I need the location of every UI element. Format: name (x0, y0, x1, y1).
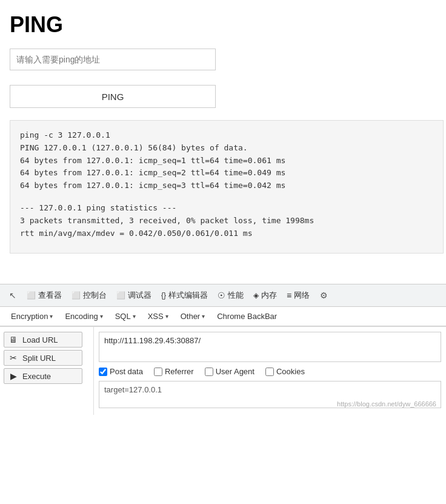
memory-button[interactable]: ◈ 内存 (248, 287, 282, 303)
cookies-checkbox[interactable] (265, 368, 274, 376)
chrome-backbar-button[interactable]: Chrome BackBar (212, 310, 282, 323)
split-url-label: Split URL (22, 354, 56, 363)
encoding-label: Encoding (65, 312, 98, 321)
console-label: 控制台 (83, 290, 107, 301)
ping-button[interactable]: PING (10, 85, 216, 108)
checkbox-row: Post data Referrer User Agent Cookies (99, 367, 441, 376)
user-agent-checkbox[interactable] (205, 368, 213, 376)
cursor-tool-button[interactable]: ↖ (4, 286, 22, 304)
network-button[interactable]: ≡ 网络 (282, 287, 315, 303)
load-url-icon: 🖥 (8, 335, 19, 344)
page-title: PING (10, 12, 436, 38)
main-content: PING PING ping -c 3 127.0.0.1 PING 127.0… (0, 0, 446, 284)
execute-button[interactable]: ▶ Execute (4, 368, 82, 384)
other-label: Other (181, 312, 201, 321)
split-url-button[interactable]: ✂ Split URL (4, 350, 82, 366)
user-agent-label: User Agent (216, 367, 255, 376)
sql-button[interactable]: SQL ▾ (110, 310, 141, 323)
output-line: 64 bytes from 127.0.0.1: icmp_seq=1 ttl=… (20, 155, 433, 167)
inspector-label: 查看器 (38, 290, 62, 301)
tamper-toolbar: Encryption ▾ Encoding ▾ SQL ▾ XSS ▾ Othe… (0, 307, 446, 326)
xss-label: XSS (148, 312, 164, 321)
console-icon: ⬜ (72, 291, 81, 300)
more-tools-button[interactable]: ⚙ (315, 286, 333, 304)
encryption-button[interactable]: Encryption ▾ (6, 310, 58, 323)
xss-arrow-icon: ▾ (165, 313, 168, 320)
output-line: --- 127.0.0.1 ping statistics --- (20, 202, 433, 215)
execute-label: Execute (22, 372, 51, 381)
perf-button[interactable]: ☉ 性能 (213, 287, 248, 303)
post-data-checkbox[interactable] (99, 368, 107, 376)
tamper-panel: 🖥 Load URL ✂ Split URL ▶ Execute Post da… (0, 326, 446, 415)
memory-icon: ◈ (253, 291, 259, 300)
ping-address-input[interactable] (10, 49, 216, 70)
devtools-toolbar: ↖ ⬜ 查看器 ⬜ 控制台 ⬜ 调试器 {} 样式编辑器 ☉ 性能 ◈ 内存 ≡… (0, 284, 446, 307)
output-line: rtt min/avg/max/mdev = 0.042/0.050/0.061… (20, 227, 433, 240)
cookies-checkbox-item[interactable]: Cookies (265, 367, 305, 376)
other-arrow-icon: ▾ (202, 313, 205, 320)
sql-arrow-icon: ▾ (133, 313, 136, 320)
user-agent-checkbox-item[interactable]: User Agent (205, 367, 255, 376)
referrer-checkbox[interactable] (154, 368, 162, 376)
more-icon: ⚙ (320, 291, 328, 300)
other-button[interactable]: Other ▾ (176, 310, 210, 323)
network-label: 网络 (294, 290, 310, 301)
cookies-label: Cookies (276, 367, 305, 376)
debugger-label: 调试器 (128, 290, 151, 301)
referrer-label: Referrer (165, 367, 194, 376)
encryption-label: Encryption (11, 312, 48, 321)
inspector-button[interactable]: ⬜ 查看器 (22, 287, 67, 303)
debugger-icon: ⬜ (116, 291, 125, 300)
split-url-icon: ✂ (8, 353, 19, 363)
console-button[interactable]: ⬜ 控制台 (67, 287, 112, 303)
inspector-icon: ⬜ (27, 291, 36, 300)
styles-label: 样式编辑器 (168, 290, 208, 301)
tamper-sidebar: 🖥 Load URL ✂ Split URL ▶ Execute (0, 327, 94, 415)
perf-icon: ☉ (218, 291, 225, 300)
load-url-button[interactable]: 🖥 Load URL (4, 332, 82, 348)
perf-label: 性能 (228, 290, 244, 301)
encryption-arrow-icon: ▾ (50, 313, 53, 320)
output-spacer (20, 192, 433, 202)
styles-button[interactable]: {} 样式编辑器 (156, 287, 213, 303)
output-line: 3 packets transmitted, 3 received, 0% pa… (20, 215, 433, 227)
tamper-main-area: Post data Referrer User Agent Cookies ht… (94, 327, 446, 415)
output-line: 64 bytes from 127.0.0.1: icmp_seq=3 ttl=… (20, 180, 433, 192)
post-data-checkbox-item[interactable]: Post data (99, 367, 143, 376)
network-icon: ≡ (287, 291, 291, 300)
styles-icon: {} (161, 291, 166, 300)
debugger-button[interactable]: ⬜ 调试器 (112, 287, 156, 303)
ping-output: ping -c 3 127.0.0.1 PING 127.0.0.1 (127.… (10, 120, 444, 254)
load-url-label: Load URL (22, 335, 58, 344)
output-line: PING 127.0.0.1 (127.0.0.1) 56(84) bytes … (20, 142, 433, 155)
cursor-icon: ↖ (9, 291, 16, 300)
sql-label: SQL (115, 312, 131, 321)
encoding-arrow-icon: ▾ (100, 313, 103, 320)
memory-label: 内存 (261, 290, 277, 301)
watermark: https://blog.csdn.net/dyw_666666 (337, 400, 436, 408)
output-line: ping -c 3 127.0.0.1 (20, 129, 433, 142)
post-data-label: Post data (110, 367, 143, 376)
output-line: 64 bytes from 127.0.0.1: icmp_seq=2 ttl=… (20, 167, 433, 180)
execute-icon: ▶ (8, 371, 19, 381)
url-input[interactable] (99, 332, 441, 362)
encoding-button[interactable]: Encoding ▾ (60, 310, 107, 323)
xss-button[interactable]: XSS ▾ (143, 310, 173, 323)
referrer-checkbox-item[interactable]: Referrer (154, 367, 194, 376)
